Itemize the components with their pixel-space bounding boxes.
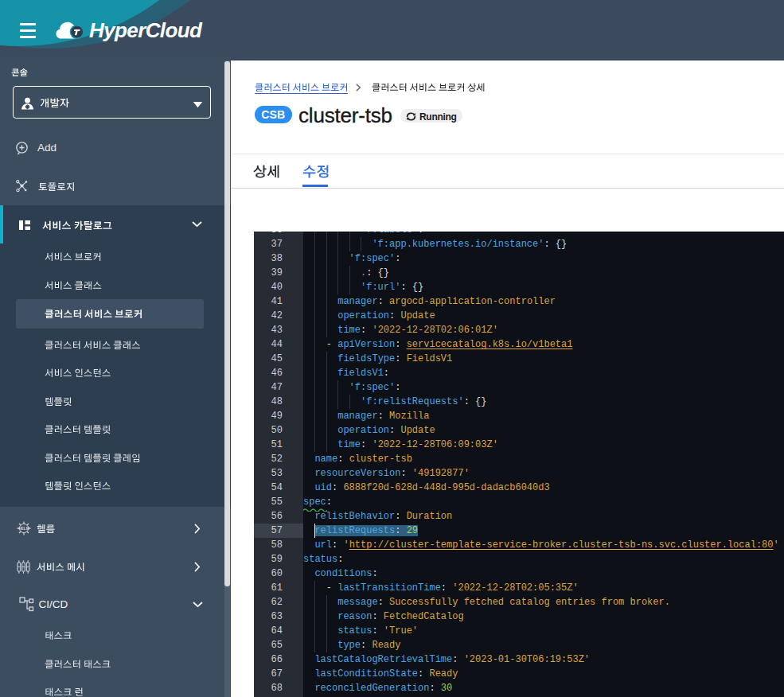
svg-text:HELM: HELM (18, 527, 29, 531)
